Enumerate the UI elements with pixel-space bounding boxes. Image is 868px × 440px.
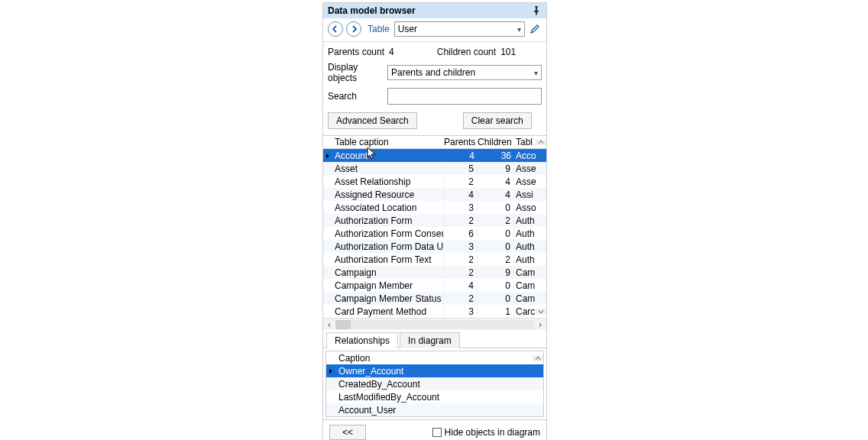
grid-header-row: Table caption Parents Children Tabl bbox=[323, 136, 546, 149]
cell-children: 2 bbox=[478, 215, 514, 226]
cell-table: Asso bbox=[514, 202, 536, 213]
table-row[interactable]: Authorization Form Text22Auth bbox=[323, 253, 546, 266]
cell-caption: Authorization Form Data Use bbox=[332, 241, 444, 252]
chevron-down-icon: ▾ bbox=[517, 25, 521, 34]
nav-back-button[interactable] bbox=[328, 21, 343, 37]
cell-table: Cam bbox=[514, 267, 536, 278]
cell-children: 4 bbox=[478, 176, 514, 187]
table-label: Table bbox=[368, 24, 390, 34]
cell-children: 2 bbox=[478, 254, 514, 265]
cell-parents: 5 bbox=[444, 163, 478, 174]
edit-icon[interactable] bbox=[528, 22, 542, 36]
data-model-browser-panel: Data model browser Table User ▾ Parents … bbox=[322, 2, 547, 440]
list-item[interactable]: Owner_Account bbox=[326, 364, 543, 377]
cell-children: 0 bbox=[478, 228, 514, 239]
table-row[interactable]: Assigned Resource44Assi bbox=[323, 188, 546, 201]
cell-children: 0 bbox=[478, 280, 514, 291]
cell-parents: 3 bbox=[444, 202, 478, 213]
table-row[interactable]: Campaign Member40Cam bbox=[323, 279, 546, 292]
cell-caption: Card Payment Method bbox=[332, 306, 444, 317]
cell-parents: 4 bbox=[444, 150, 478, 161]
table-row[interactable]: Account436Acco bbox=[323, 149, 546, 162]
cell-caption: Authorization Form Text bbox=[332, 254, 444, 265]
cell-children: 36 bbox=[478, 150, 514, 161]
cell-table: Assi bbox=[514, 189, 536, 200]
scroll-up-icon[interactable] bbox=[533, 355, 543, 361]
cell-caption: Account_User bbox=[335, 405, 533, 416]
table-row[interactable]: Campaign Member Status20Cam bbox=[323, 292, 546, 305]
cell-caption: Campaign Member bbox=[332, 280, 444, 291]
tab-relationships[interactable]: Relationships bbox=[326, 332, 398, 348]
tab-in-diagram[interactable]: In diagram bbox=[400, 332, 460, 348]
col-children[interactable]: Children bbox=[478, 137, 514, 147]
display-objects-select[interactable]: Parents and children ▾ bbox=[387, 65, 542, 80]
scroll-left-icon[interactable]: ‹ bbox=[323, 319, 335, 330]
cell-caption: Campaign Member Status bbox=[332, 293, 444, 304]
display-objects-value: Parents and children bbox=[391, 67, 475, 78]
cell-children: 9 bbox=[478, 163, 514, 174]
clear-search-button[interactable]: Clear search bbox=[463, 112, 532, 129]
search-label: Search bbox=[328, 91, 387, 102]
cell-caption: Associated Location bbox=[332, 202, 444, 213]
table-row[interactable]: Authorization Form Data Use30Auth bbox=[323, 240, 546, 253]
scroll-down-icon[interactable] bbox=[536, 309, 546, 315]
cell-table: Auth bbox=[514, 254, 536, 265]
table-row[interactable]: Card Payment Method31Carc bbox=[323, 305, 546, 318]
cell-caption: Account bbox=[332, 150, 444, 161]
list-item[interactable]: Account_User bbox=[326, 403, 543, 416]
hide-objects-checkbox[interactable] bbox=[432, 428, 442, 437]
cell-children: 9 bbox=[478, 267, 514, 278]
toolbar: Table User ▾ bbox=[323, 18, 546, 42]
nav-forward-button[interactable] bbox=[346, 21, 361, 37]
parents-count-value: 4 bbox=[389, 47, 394, 57]
cell-children: 0 bbox=[478, 293, 514, 304]
cell-caption: Assigned Resource bbox=[332, 189, 444, 200]
pin-icon[interactable] bbox=[531, 5, 542, 16]
list-item[interactable]: LastModifiedBy_Account bbox=[326, 390, 543, 403]
table-combo-value: User bbox=[398, 24, 417, 34]
cell-caption: Asset bbox=[332, 163, 444, 174]
back-button[interactable]: << bbox=[329, 425, 366, 440]
table-combo[interactable]: User ▾ bbox=[394, 21, 525, 37]
cell-table: Carc bbox=[514, 306, 536, 317]
table-row[interactable]: Authorization Form Consent60Auth bbox=[323, 227, 546, 240]
cell-table: Auth bbox=[514, 241, 536, 252]
cell-parents: 2 bbox=[444, 293, 478, 304]
cell-children: 0 bbox=[478, 202, 514, 213]
table-row[interactable]: Asset Relationship24Asse bbox=[323, 175, 546, 188]
cell-caption: Authorization Form Consent bbox=[332, 228, 444, 239]
table-row[interactable]: Campaign29Cam bbox=[323, 266, 546, 279]
col-parents[interactable]: Parents bbox=[444, 137, 478, 147]
cell-table: Cam bbox=[514, 293, 536, 304]
scroll-up-icon[interactable] bbox=[536, 139, 546, 145]
cell-caption: CreatedBy_Account bbox=[335, 379, 533, 390]
titlebar: Data model browser bbox=[323, 3, 546, 18]
scroll-right-icon[interactable]: › bbox=[534, 319, 546, 330]
cell-parents: 3 bbox=[444, 306, 478, 317]
table-row[interactable]: Authorization Form22Auth bbox=[323, 214, 546, 227]
children-count-label: Children count bbox=[437, 47, 496, 57]
horizontal-scrollbar[interactable]: ‹ › bbox=[323, 318, 546, 330]
cell-caption: Owner_Account bbox=[335, 366, 533, 377]
cell-parents: 4 bbox=[444, 189, 478, 200]
list-item[interactable]: CreatedBy_Account bbox=[326, 377, 543, 390]
rel-col-caption[interactable]: Caption bbox=[335, 353, 533, 364]
cell-parents: 2 bbox=[444, 267, 478, 278]
cell-table: Cam bbox=[514, 280, 536, 291]
col-caption[interactable]: Table caption bbox=[332, 137, 444, 147]
table-row[interactable]: Asset59Asse bbox=[323, 162, 546, 175]
row-indicator-icon bbox=[323, 153, 332, 159]
chevron-down-icon: ▾ bbox=[534, 69, 538, 77]
cell-caption: LastModifiedBy_Account bbox=[335, 392, 533, 403]
advanced-search-button[interactable]: Advanced Search bbox=[328, 112, 417, 129]
col-table[interactable]: Tabl bbox=[514, 137, 536, 147]
cell-parents: 2 bbox=[444, 215, 478, 226]
display-objects-label: Display objects bbox=[328, 62, 387, 83]
children-count-value: 101 bbox=[500, 47, 516, 57]
search-input[interactable] bbox=[387, 88, 542, 105]
table-row[interactable]: Associated Location30Asso bbox=[323, 201, 546, 214]
info-section: Parents count 4 Children count 101 Displ… bbox=[323, 42, 546, 111]
cell-table: Asse bbox=[514, 176, 536, 187]
cell-children: 4 bbox=[478, 189, 514, 200]
detail-tabs: Relationships In diagram bbox=[323, 330, 546, 348]
